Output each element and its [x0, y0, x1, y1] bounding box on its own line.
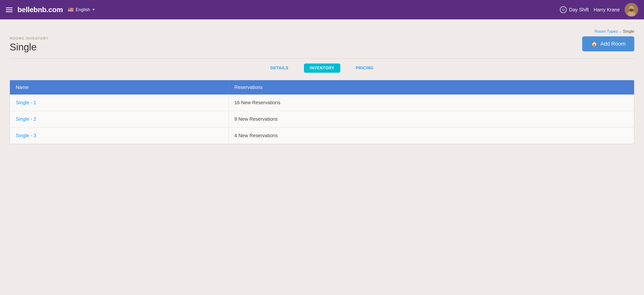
- table-row: Single - 34 New Reservations: [10, 128, 634, 144]
- shift-label-text: Day Shift: [569, 7, 589, 12]
- header-right: ⊙ Day Shift Harry Krane: [560, 3, 638, 16]
- col-header-name: Name: [10, 80, 228, 94]
- breadcrumb-current: Single: [623, 29, 634, 34]
- breadcrumb: Room Types › Single: [10, 24, 634, 36]
- chevron-down-icon: [92, 9, 95, 10]
- language-label: English: [76, 7, 90, 12]
- room-name-cell[interactable]: Single - 1: [10, 94, 228, 111]
- reservations-cell: 9 New Reservations: [228, 111, 634, 128]
- page-title-section: ROOMS INVENTORY Single: [10, 36, 48, 52]
- tab-nav: DETAILS INVENTORY PRICING: [10, 64, 634, 73]
- table-row: Single - 29 New Reservations: [10, 111, 634, 128]
- tab-inventory[interactable]: INVENTORY: [304, 64, 340, 73]
- breadcrumb-separator: ›: [620, 30, 621, 34]
- hamburger-menu[interactable]: [6, 8, 12, 12]
- page-title: Single: [10, 42, 48, 52]
- tab-details[interactable]: DETAILS: [265, 64, 294, 73]
- inventory-table: Name Reservations Single - 116 New Reser…: [10, 80, 634, 144]
- page-subtitle: ROOMS INVENTORY: [10, 36, 48, 40]
- reservations-cell: 4 New Reservations: [228, 128, 634, 144]
- shift-display: ⊙ Day Shift: [560, 6, 589, 13]
- add-room-button[interactable]: 🏠 Add Room: [582, 36, 634, 52]
- user-avatar[interactable]: [624, 3, 638, 16]
- home-icon: 🏠: [591, 41, 598, 47]
- col-header-reservations: Reservations: [228, 80, 634, 94]
- tab-pricing[interactable]: PRICING: [350, 64, 380, 73]
- table-row: Single - 116 New Reservations: [10, 94, 634, 111]
- page-header: ROOMS INVENTORY Single 🏠 Add Room: [10, 36, 634, 52]
- breadcrumb-parent-link[interactable]: Room Types: [595, 29, 618, 34]
- shift-icon: ⊙: [560, 6, 567, 13]
- reservations-cell: 16 New Reservations: [228, 94, 634, 111]
- inventory-table-container: Name Reservations Single - 116 New Reser…: [10, 80, 634, 144]
- header-left: bellebnb.com 🇺🇸 English: [6, 6, 560, 14]
- app-header: bellebnb.com 🇺🇸 English ⊙ Day Shift Harr…: [0, 0, 644, 20]
- language-selector[interactable]: 🇺🇸 English: [68, 7, 95, 12]
- section-divider: [10, 58, 634, 59]
- table-header-row: Name Reservations: [10, 80, 634, 94]
- site-logo: bellebnb.com: [18, 6, 63, 14]
- user-name: Harry Krane: [594, 7, 620, 12]
- page-content: Room Types › Single ROOMS INVENTORY Sing…: [0, 20, 644, 154]
- flag-icon: 🇺🇸: [68, 7, 74, 12]
- avatar-image: [624, 3, 638, 16]
- room-name-cell[interactable]: Single - 3: [10, 128, 228, 144]
- add-room-label: Add Room: [600, 41, 626, 47]
- svg-point-3: [629, 9, 634, 12]
- room-name-cell[interactable]: Single - 2: [10, 111, 228, 128]
